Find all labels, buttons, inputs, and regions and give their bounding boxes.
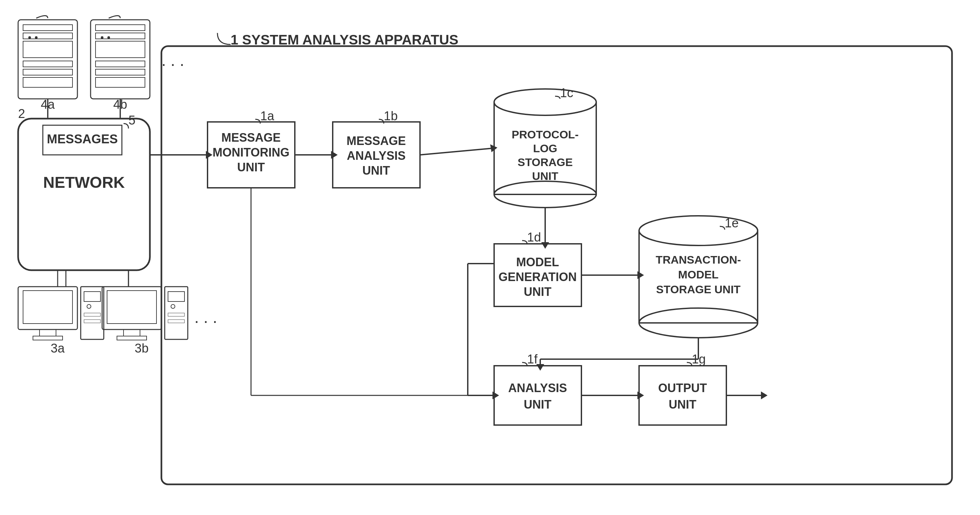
svg-text:1d: 1d (527, 230, 541, 244)
svg-text:. . .: . . . (161, 51, 184, 70)
svg-rect-0 (0, 0, 980, 515)
svg-text:1b: 1b (384, 109, 398, 123)
svg-text:3b: 3b (135, 341, 149, 355)
svg-text:UNIT: UNIT (362, 164, 390, 177)
svg-text:MONITORING: MONITORING (212, 146, 289, 159)
svg-point-17 (101, 36, 103, 39)
svg-text:LOG: LOG (533, 142, 557, 155)
svg-text:NETWORK: NETWORK (43, 174, 125, 191)
svg-text:5: 5 (129, 113, 135, 127)
svg-text:MODEL: MODEL (516, 255, 559, 269)
svg-text:STORAGE UNIT: STORAGE UNIT (656, 283, 741, 295)
svg-point-8 (35, 36, 38, 39)
svg-text:TRANSACTION-: TRANSACTION- (656, 254, 741, 266)
svg-text:UNIT: UNIT (524, 398, 551, 411)
svg-text:ANALYSIS: ANALYSIS (347, 149, 406, 163)
svg-text:ANALYSIS: ANALYSIS (508, 381, 567, 395)
svg-text:1a: 1a (260, 109, 274, 123)
svg-text:2: 2 (18, 107, 25, 121)
svg-text:UNIT: UNIT (237, 161, 265, 174)
svg-text:MODEL: MODEL (678, 268, 719, 281)
svg-point-7 (28, 36, 31, 39)
svg-text:1e: 1e (725, 216, 738, 230)
svg-text:PROTOCOL-: PROTOCOL- (512, 128, 578, 141)
svg-text:1c: 1c (560, 86, 573, 100)
svg-text:1  SYSTEM ANALYSIS APPARATUS: 1 SYSTEM ANALYSIS APPARATUS (231, 32, 458, 48)
svg-text:3a: 3a (51, 341, 65, 355)
svg-text:UNIT: UNIT (524, 285, 551, 298)
svg-text:UNIT: UNIT (669, 398, 696, 411)
svg-text:GENERATION: GENERATION (498, 270, 576, 284)
svg-text:OUTPUT: OUTPUT (658, 381, 707, 395)
svg-point-82 (639, 216, 758, 246)
svg-point-69 (494, 89, 596, 115)
svg-point-18 (107, 36, 110, 39)
svg-text:STORAGE: STORAGE (517, 156, 573, 168)
svg-text:. . .: . . . (194, 308, 217, 327)
svg-text:1f: 1f (527, 352, 538, 366)
svg-text:MESSAGES: MESSAGES (47, 132, 118, 146)
diagram-container: 1 SYSTEM ANALYSIS APPARATUS 4a 4b (0, 0, 980, 515)
svg-text:UNIT: UNIT (532, 170, 558, 182)
svg-text:MESSAGE: MESSAGE (347, 134, 406, 148)
svg-text:MESSAGE: MESSAGE (221, 131, 281, 144)
